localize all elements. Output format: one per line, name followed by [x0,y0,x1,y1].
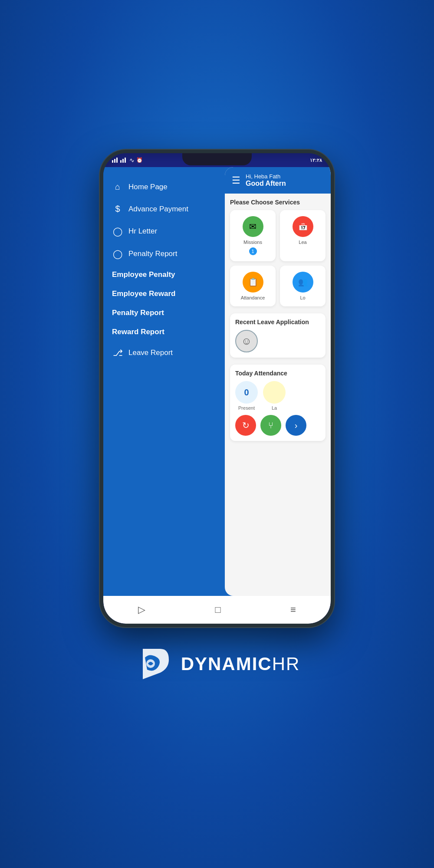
status-time: ١٢:٢٨ [310,158,322,163]
leave-icon: ⎇ [112,348,123,358]
main-header: ☰ Hi, Heba Fath Good Aftern [225,167,331,194]
sidebar-advance-label: Advance Payment [128,205,188,214]
sidebar-item-penalty-report[interactable]: Penalty Report [103,303,225,322]
wifi-icon: ∿ [129,157,135,164]
signal-bar-2 [114,159,115,163]
sidebar-item-hr-letter[interactable]: ◯ Hr Letter [103,220,225,243]
sidebar-home-label: Home Page [128,183,168,191]
refresh-icon: ↻ [242,420,250,431]
missions-icon: ✉ [243,216,263,237]
loan-service-icon: 👥 [293,272,313,293]
sidebar-penalty-label: Penalty Report [128,250,177,258]
header-time-greeting: Good Aftern [246,180,286,187]
bottom-nav-bar: ▷ □ ≡ [103,596,331,624]
person-icon: ◯ [112,226,123,237]
present-circle: 0 [235,381,258,404]
present-count: 0 [244,388,249,398]
sidebar-menu: ⌂ Home Page $ Advance Payment ◯ Hr Lette… [103,167,225,596]
fab-green-button[interactable]: ⑂ [260,415,281,436]
present-label: Present [238,405,255,411]
missions-badge: 1 [249,247,257,255]
brand-section: DYNAMICHR [134,644,300,684]
hamburger-icon[interactable]: ☰ [232,175,240,186]
phone-notch [182,153,252,165]
brand-hr: HR [272,654,300,674]
sidebar-employee-penalty-label: Employee Penalty [112,270,175,279]
today-attendance-section: Today Attendance 0 Present [230,365,326,441]
loan-label: Lo [300,295,305,300]
service-card-missions[interactable]: ✉ Missions 1 [230,210,276,261]
home-nav-icon[interactable]: □ [215,604,220,615]
brand-dynamic: DYNAMIC [181,654,272,674]
back-nav-icon[interactable]: ▷ [138,604,145,615]
signal-bar-4 [120,160,122,163]
late-circle [263,381,286,404]
services-title: Please Choose Services [230,199,326,206]
fab-row: ↻ ⑂ › [235,415,320,436]
signal-bar-3 [116,158,118,163]
sidebar-item-leave-report[interactable]: ⎇ Leave Report [103,342,225,364]
home-icon: ⌂ [112,182,123,192]
arrow-right-icon: › [295,421,298,431]
status-left-icons: ∿ ⏰ [112,157,143,164]
sidebar-item-penalty-report-main[interactable]: ◯ Penalty Report [103,243,225,265]
phone-screen: ⌂ Home Page $ Advance Payment ◯ Hr Lette… [103,167,331,596]
signal-bar-1 [112,160,113,163]
sidebar-item-advance-payment[interactable]: $ Advance Payment [103,198,225,220]
missions-label: Missions [243,240,262,245]
leave-label: Lea [299,240,306,245]
header-greeting: Hi, Heba Fath [246,173,286,180]
sidebar-item-home[interactable]: ⌂ Home Page [103,176,225,198]
attendance-label: Attandance [241,295,265,300]
alarm-icon: ⏰ [136,157,143,163]
recent-leave-section: Recent Leave Application ☺ [230,313,326,358]
main-panel: ☰ Hi, Heba Fath Good Aftern Please Choos… [225,167,331,596]
service-card-attendance[interactable]: 📋 Attandance [230,266,276,306]
sidebar-reward-report-label: Reward Report [112,328,164,336]
late-label: La [272,405,277,411]
sidebar-item-employee-penalty[interactable]: Employee Penalty [103,265,225,284]
fab-red-button[interactable]: ↻ [235,415,256,436]
leave-service-icon: 📅 [293,216,313,237]
menu-nav-icon[interactable]: ≡ [290,604,296,615]
signal-bar-5 [122,159,124,163]
sidebar-leave-report-label: Leave Report [128,349,173,357]
sidebar-penalty-report-label: Penalty Report [112,309,164,317]
sidebar-hr-letter-label: Hr Letter [128,227,157,236]
fab-blue-button[interactable]: › [286,415,306,436]
penalty-icon: ◯ [112,249,123,259]
phone-mockup: ∿ ⏰ ١٢:٢٨ ⌂ Home Page $ Advance Payment [100,150,334,627]
service-card-leave[interactable]: 📅 Lea [280,210,326,261]
signal-bar-6 [125,158,126,163]
phone-frame: ∿ ⏰ ١٢:٢٨ ⌂ Home Page $ Advance Payment [100,150,334,627]
leave-avatar: ☺ [235,330,258,352]
sidebar-item-reward-report[interactable]: Reward Report [103,322,225,342]
loan-icon: 👥 [298,277,308,287]
services-grid: ✉ Missions 1 📅 Lea [230,210,326,306]
sidebar-employee-reward-label: Employee Reward [112,289,175,298]
avatar-icon: ☺ [241,335,252,347]
service-card-loan[interactable]: 👥 Lo [280,266,326,306]
header-text: Hi, Heba Fath Good Aftern [246,173,286,187]
dollar-icon: $ [112,204,123,214]
today-attendance-title: Today Attendance [235,370,320,377]
share-icon: ⑂ [268,421,273,431]
sidebar-item-employee-reward[interactable]: Employee Reward [103,284,225,303]
attendance-row: 0 Present La [235,381,320,411]
recent-leave-title: Recent Leave Application [235,319,320,326]
brand-logo [134,644,173,684]
brand-name: DYNAMICHR [181,654,300,674]
main-content: Please Choose Services ✉ Missions 1 [225,194,331,596]
attendance-service-icon: 📋 [243,272,263,293]
